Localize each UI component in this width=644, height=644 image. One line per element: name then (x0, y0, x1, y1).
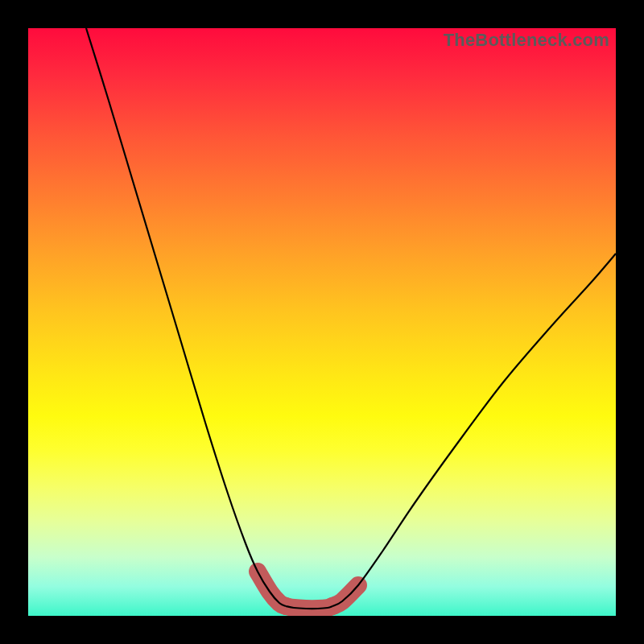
curve-right-branch (332, 254, 616, 606)
chart-svg (28, 28, 616, 616)
chart-plot-area: TheBottleneck.com (28, 28, 616, 616)
chart-frame: TheBottleneck.com (0, 0, 644, 644)
curve-left-branch (86, 28, 286, 606)
